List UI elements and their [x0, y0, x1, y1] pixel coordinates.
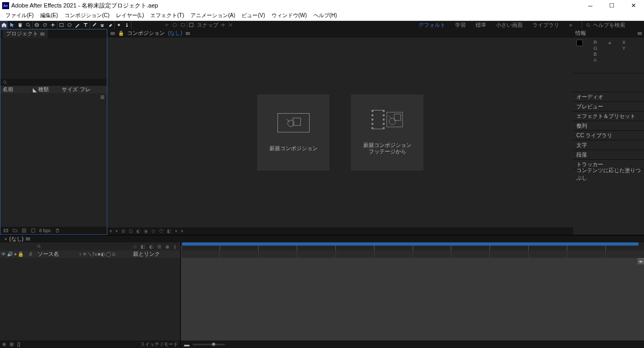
close-tab-icon[interactable]: ×	[4, 236, 7, 242]
home-tool[interactable]	[0, 21, 8, 29]
shy-icon[interactable]: ◐	[148, 243, 154, 249]
ellipse-tool[interactable]	[65, 21, 74, 29]
accordion-preview[interactable]: プレビュー	[573, 101, 644, 111]
switches-header[interactable]: 👁🔊●🔒	[0, 251, 26, 257]
rotate-tool[interactable]	[41, 21, 49, 29]
col-label[interactable]: ◣	[33, 87, 38, 93]
workspace-standard[interactable]: 標準	[475, 21, 486, 29]
panel-menu-icon[interactable]	[26, 238, 30, 240]
panel-grip-icon[interactable]	[111, 32, 115, 35]
type-tool[interactable]	[82, 21, 90, 29]
new-comp-icon[interactable]	[21, 228, 27, 234]
project-search[interactable]	[1, 79, 107, 86]
workspace-learn[interactable]: 学習	[455, 21, 466, 29]
panel-menu-icon[interactable]	[638, 32, 642, 35]
resolution[interactable]: ▾	[115, 228, 118, 234]
snap-checkbox[interactable]	[187, 21, 195, 29]
world-axis-mode[interactable]	[171, 21, 179, 29]
menu-window[interactable]: ウィンドウ(W)	[268, 11, 310, 20]
zoom-slider[interactable]	[193, 344, 225, 345]
delete-icon[interactable]	[54, 228, 60, 234]
brush-tool[interactable]	[90, 21, 98, 29]
col-size[interactable]: サイズ	[61, 86, 78, 93]
menu-composition[interactable]: コンポジション(C)	[61, 11, 113, 20]
layer-number-header[interactable]: #	[26, 251, 35, 257]
layer-list[interactable]	[0, 258, 180, 340]
new-composition-card[interactable]: 新規コンポジション	[257, 94, 330, 171]
close-button[interactable]: ✕	[623, 0, 644, 11]
eraser-tool[interactable]	[106, 21, 114, 29]
menu-layer[interactable]: レイヤー(L)	[113, 11, 147, 20]
new-adjustment-icon[interactable]	[30, 228, 36, 234]
toggle-brackets-icon[interactable]: {}	[17, 342, 20, 347]
menu-file[interactable]: ファイル(F)	[2, 11, 37, 20]
zoom-out-icon[interactable]: ▬	[184, 342, 189, 347]
new-folder-icon[interactable]	[12, 228, 18, 234]
accordion-content-aware-fill[interactable]: コンテンツに応じた塗りつぶし	[573, 169, 644, 179]
panel-menu-icon[interactable]	[40, 33, 45, 35]
help-search[interactable]: ヘルプを検索	[582, 21, 641, 29]
flowchart-icon[interactable]: ⊞	[100, 94, 105, 100]
accordion-audio[interactable]: オーディオ	[573, 92, 644, 101]
switches-modes-toggle[interactable]: スイッチ / モード	[140, 341, 178, 348]
project-tab[interactable]: プロジェクト	[3, 29, 48, 38]
modes-header[interactable]: ♀✳＼fx■◐◯⊙	[76, 251, 133, 258]
accordion-align[interactable]: 整列	[573, 121, 644, 130]
collapse-panel-icon[interactable]: ◂▸	[638, 258, 644, 264]
info-panel-title[interactable]: 情報	[575, 29, 586, 37]
menu-view[interactable]: ビュー(V)	[238, 11, 268, 20]
accordion-paragraph[interactable]: 段落	[573, 150, 644, 159]
snap-options-1[interactable]	[218, 21, 226, 29]
roto-brush-tool[interactable]	[115, 21, 123, 29]
hand-tool[interactable]	[16, 21, 24, 29]
puppet-tool[interactable]	[123, 21, 131, 29]
workspace-overflow[interactable]: »	[569, 22, 572, 28]
view-axis-mode[interactable]	[179, 21, 187, 29]
motion-blur-icon[interactable]: ◉	[164, 243, 170, 249]
bpc-label[interactable]: 8 bpc	[39, 228, 51, 233]
accordion-character[interactable]: 文字	[573, 140, 644, 150]
comp-mini-flowchart-icon[interactable]: ⊹	[132, 243, 138, 249]
accordion-effects-presets[interactable]: エフェクト＆プリセット	[573, 111, 644, 121]
zoom-slider-handle[interactable]	[212, 343, 215, 346]
zoom-tool[interactable]	[24, 21, 32, 29]
accordion-cc-libraries[interactable]: CC ライブラリ	[573, 130, 644, 140]
menu-edit[interactable]: 編集(E)	[37, 11, 61, 20]
magnification[interactable]: ▾	[109, 228, 112, 234]
clone-stamp-tool[interactable]	[98, 21, 106, 29]
col-frame[interactable]: フレ	[78, 86, 107, 93]
snap-options-2[interactable]	[226, 21, 235, 29]
lock-icon[interactable]: 🔒	[118, 31, 124, 36]
workspace-default[interactable]: デフォルト	[419, 21, 445, 29]
composition-tab-label[interactable]: コンポジション	[127, 29, 165, 37]
interpret-footage-icon[interactable]	[3, 228, 9, 234]
workspace-library[interactable]: ライブラリ	[532, 21, 559, 29]
draft3d-icon[interactable]: ◧	[140, 243, 146, 249]
track-area[interactable]: ◂▸	[180, 258, 644, 340]
pen-tool[interactable]	[74, 21, 82, 29]
rectangle-tool[interactable]	[57, 21, 65, 29]
new-composition-from-footage-card[interactable]: 新規コンポジションフッテージから	[351, 94, 423, 171]
search-icon[interactable]	[36, 244, 41, 249]
parent-link-header[interactable]: 親とリンク	[133, 250, 180, 258]
orbit-tool[interactable]	[33, 21, 41, 29]
col-type[interactable]: 種類	[38, 86, 61, 93]
toggle-modes-icon[interactable]: ⊞	[10, 342, 14, 347]
local-axis-mode[interactable]	[163, 21, 171, 29]
project-body[interactable]: ⊞	[1, 93, 107, 227]
minimize-button[interactable]: ─	[580, 0, 601, 11]
source-name-header[interactable]: ソース名	[35, 250, 76, 258]
toggle-switches-icon[interactable]: ⊕	[2, 342, 6, 347]
menu-help[interactable]: ヘルプ(H)	[310, 11, 340, 20]
pan-behind-tool[interactable]	[49, 21, 57, 29]
frame-blend-icon[interactable]: ⊞	[156, 243, 162, 249]
menu-effect[interactable]: エフェクト(T)	[147, 11, 187, 20]
panel-menu-icon[interactable]	[186, 32, 190, 35]
maximize-button[interactable]: ☐	[601, 0, 623, 11]
selection-tool[interactable]	[8, 21, 16, 29]
col-name[interactable]: 名前	[3, 86, 33, 93]
workspace-small[interactable]: 小さい画面	[496, 21, 523, 29]
graph-editor-icon[interactable]: ⫿	[172, 243, 178, 249]
time-ruler[interactable]	[180, 242, 644, 250]
timeline-tab[interactable]: × (なし)	[1, 235, 33, 243]
